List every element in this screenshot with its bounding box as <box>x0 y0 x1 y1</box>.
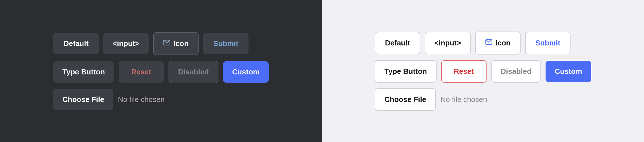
dark-button-grid: Default <input> Icon Submit Type Button … <box>53 32 269 110</box>
light-row-3: Choose File No file chosen <box>375 88 591 111</box>
light-row-1: Default <input> Icon Submit <box>375 32 591 55</box>
dark-row-2: Type Button Reset Disabled Custom <box>53 61 269 83</box>
light-custom-button[interactable]: Custom <box>546 61 591 82</box>
dark-input-button[interactable]: <input> <box>103 33 149 54</box>
light-default-button[interactable]: Default <box>375 32 420 54</box>
light-input-button[interactable]: <input> <box>425 32 471 54</box>
dark-reset-button[interactable]: Reset <box>119 61 164 83</box>
light-row-2: Type Button Reset Disabled Custom <box>375 60 591 83</box>
dark-icon-button[interactable]: Icon <box>153 32 199 55</box>
light-button-grid: Default <input> Icon Submit Type Button … <box>375 32 591 111</box>
envelope-icon <box>485 38 493 48</box>
light-panel: Default <input> Icon Submit Type Button … <box>322 0 644 142</box>
dark-typebutton-button[interactable]: Type Button <box>53 61 114 83</box>
dark-submit-button[interactable]: Submit <box>203 33 249 54</box>
dark-row-1: Default <input> Icon Submit <box>53 32 269 55</box>
dark-disabled-button[interactable]: Disabled <box>169 61 218 83</box>
light-no-file-text: No file chosen <box>440 95 487 104</box>
light-disabled-button[interactable]: Disabled <box>491 60 541 83</box>
dark-row-3: Choose File No file chosen <box>53 89 269 110</box>
light-submit-button[interactable]: Submit <box>525 32 571 54</box>
dark-panel: Default <input> Icon Submit Type Button … <box>0 0 322 142</box>
dark-no-file-text: No file chosen <box>118 95 165 104</box>
light-reset-button[interactable]: Reset <box>441 60 487 83</box>
light-typebutton-button[interactable]: Type Button <box>375 60 437 83</box>
dark-custom-button[interactable]: Custom <box>223 61 269 83</box>
light-choose-file-button[interactable]: Choose File <box>375 88 436 111</box>
dark-default-button[interactable]: Default <box>53 33 99 54</box>
light-icon-button[interactable]: Icon <box>475 32 521 55</box>
envelope-icon <box>163 39 171 48</box>
dark-choose-file-button[interactable]: Choose File <box>53 89 113 110</box>
